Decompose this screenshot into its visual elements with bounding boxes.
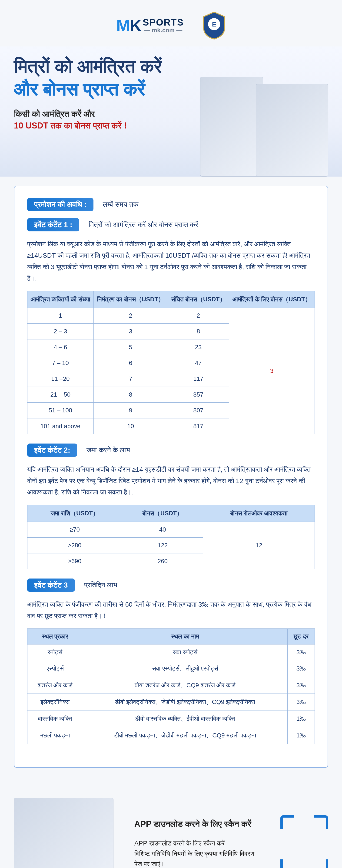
event2-title: जमा करने के लाभ	[86, 446, 130, 454]
table-row: वास्तविक व्यक्तिडीबी वास्तविक व्यक्ति、ईव…	[27, 711, 315, 727]
event1-title: मित्रों को आमंत्रित करें और बोनस प्राप्त…	[89, 221, 198, 229]
rollover-cell: 12	[203, 522, 315, 569]
svg-text:E: E	[212, 21, 217, 28]
phone-mockups-image	[14, 798, 113, 868]
event2-header: इवेंट कंटेंट 2: जमा करने के लाभ	[27, 443, 315, 457]
divider	[193, 14, 193, 37]
club-badge-icon: E	[202, 11, 226, 39]
event2-table: जमा राशि（USDT）बोनस（USDT）बोनस रोलओवर आवश्…	[27, 505, 315, 569]
app-download-title: APP डाउनलोड करने के लिए स्कैन करें	[134, 819, 259, 829]
app-download-body-2: विशिष्ट गतिविधि नियमों के लिए कृपया गतिव…	[134, 849, 259, 868]
event2-description: यदि आमंत्रित व्यक्ति अभियान अवधि के दौरा…	[27, 464, 315, 498]
table-row: शतरंज और कार्डबोया शतरंज और कार्ड、CQ9 शत…	[27, 677, 315, 694]
event1-description: प्रमोशन लिंक या क्यूआर कोड के माध्यम से …	[27, 238, 315, 284]
app-promo: APP डाउनलोड करने के लिए स्कैन करें APP ड…	[0, 782, 342, 868]
hero-headline-2: और बोनस प्राप्त करें	[14, 79, 188, 100]
page-header: MK SPORTS — mk.com — E	[0, 0, 342, 46]
event1-table: आमंत्रित व्यक्तियों की संख्यानिमंत्रण का…	[27, 291, 315, 434]
table-header: आमंत्रित व्यक्तियों की संख्या	[27, 291, 94, 308]
event3-description: आमंत्रित व्यक्ति के पंजीकरण की तारीख से …	[27, 599, 315, 621]
logo-domain: — mk.com —	[143, 27, 184, 34]
promo-period-label: प्रमोशन की अवधि :	[27, 198, 93, 211]
table-header: स्थल का नाम	[83, 629, 287, 645]
table-header: बोनस（USDT）	[122, 505, 203, 522]
table-row: एस्पोर्ट्ससबा एस्पोर्ट्स、लीहुओ एस्पोर्ट्…	[27, 660, 315, 677]
hero-sub-2: 10 USDT तक का बोनस प्राप्त करें !	[14, 121, 188, 131]
logo-mk: MK	[116, 16, 141, 35]
table-header: निमंत्रण का बोनस（USDT）	[93, 291, 168, 308]
qr-scan-area[interactable]	[280, 815, 328, 868]
logo-sports: SPORTS	[143, 17, 184, 28]
promo-period-value: लम्बें समय तक	[103, 200, 138, 209]
table-row: 1223	[27, 308, 315, 323]
hero-headline-1: मित्रों को आमंत्रित करें	[14, 56, 188, 78]
event1-chip: इवेंट कंटेंट 1 :	[27, 218, 79, 231]
celebrating-person-image	[200, 77, 263, 177]
event2-chip: इवेंट कंटेंट 2:	[27, 443, 77, 457]
event3-header: इवेंट कंटेंट 3 प्रतिदिन लाभ	[27, 579, 315, 592]
table-header: स्थल प्रकार	[27, 629, 83, 645]
table-header: जमा राशि（USDT）	[27, 505, 122, 522]
table-header: संचित बोनस（USDT）	[168, 291, 229, 308]
table-row: इलेक्ट्रॉनिक्सडीबी इलेक्ट्रॉनिक्स、जेडीबी…	[27, 694, 315, 711]
promo-card: प्रमोशन की अवधि : लम्बें समय तक इवेंट कं…	[14, 186, 328, 768]
table-header: बोनस रोलओवर आवश्यकता	[203, 505, 315, 522]
table-header: छूट दर	[287, 629, 315, 645]
table-row: स्पोर्ट्ससबा स्पोर्ट्स3‰	[27, 645, 315, 660]
money-holding-person-image	[256, 84, 328, 177]
event3-table: स्थल प्रकारस्थल का नामछूट दर स्पोर्ट्ससब…	[27, 628, 315, 744]
table-header: आमंत्रितों के लिए बोनस（USDT）	[229, 291, 315, 308]
table-row: ≥704012	[27, 522, 315, 538]
app-download-body-1: APP डाउनलोड करने के लिए स्कैन करें	[134, 838, 259, 849]
table-row: मछली पकड़नाडीबी मछली पकड़ना、जेडीबी मछली …	[27, 727, 315, 744]
hero-sub-1: किसी को आमंत्रित करें और	[14, 109, 188, 119]
brand-logo: MK SPORTS — mk.com —	[116, 16, 184, 35]
event3-title: प्रतिदिन लाभ	[84, 581, 117, 589]
promo-period-row: प्रमोशन की अवधि : लम्बें समय तक	[27, 198, 315, 211]
event1-header: इवेंट कंटेंट 1 : मित्रों को आमंत्रित करे…	[27, 218, 315, 231]
hero-banner: मित्रों को आमंत्रित करें और बोनस प्राप्त…	[0, 46, 342, 177]
event3-chip: इवेंट कंटेंट 3	[27, 579, 75, 592]
invitee-bonus-cell: 3	[229, 308, 315, 434]
